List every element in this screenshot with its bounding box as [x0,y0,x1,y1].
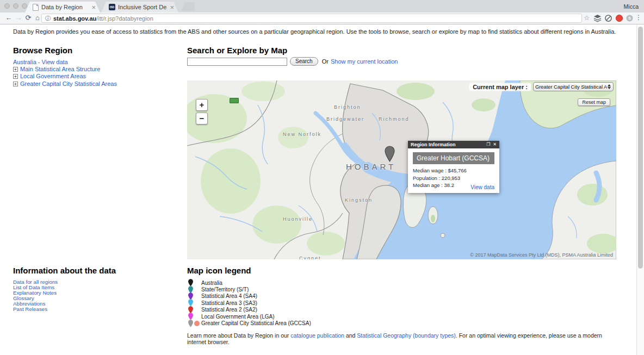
back-icon[interactable]: ← [4,14,13,22]
tree-item-greater-capital-city-statistical-areas[interactable]: Greater Capital City Statistical Areas [20,80,117,87]
isd-favicon: ISD [109,4,115,10]
expand-icon[interactable]: + [13,74,18,79]
legend-label: Greater Capital City Statistical Area (G… [201,320,311,326]
map-zoom-control: + − [196,99,208,126]
map-layer-value: Greater Capital City Statistical Areas [535,84,607,90]
browser-menu-icon[interactable]: ⋮ [635,14,642,21]
popup-title-bar[interactable]: Region Information ❐ ✕ [408,141,499,148]
window-minimize-button[interactable] [13,3,18,9]
profile-name[interactable]: Micca [624,3,639,10]
gccsa-map-pin-icon[interactable] [385,146,395,164]
url-host: stat.abs.gov.au [53,15,96,22]
legend-label: Statistical Area 3 (SA3) [201,300,257,306]
map-copyright: © 2017 MapData Services Pty Ltd (MDS), P… [470,252,613,258]
info-links: Data for all regions List of Data Items … [13,279,58,312]
map-label-bridgewater: Bridgewater [326,116,364,122]
map-base-art [187,80,616,259]
bookmark-star-icon[interactable]: ☆ [584,14,590,22]
browse-region-tree: Australia - View data +Main Statistical … [13,59,117,88]
popup-region-name: Greater Hobart (GCCSA) [413,152,494,164]
legend-title: Map icon legend [187,266,251,275]
tab-data-by-region[interactable]: Data by Region × [25,2,100,13]
legend-row-sa2: Statistical Area 2 (SA2) [187,307,311,313]
expand-icon[interactable]: + [13,67,18,72]
link-past-releases[interactable]: Past Releases [13,306,47,312]
blocker-extension-icon[interactable] [604,14,612,22]
tab-title: Inclusive Sport Design | Helpin [118,4,166,10]
australia-view-data-link[interactable]: Australia - View data [13,59,68,65]
or-text: Or [322,58,329,65]
window-zoom-button[interactable] [22,3,27,9]
scrollbar-thumb[interactable] [638,27,643,269]
gccsa-region-dot-icon [194,321,200,326]
map-canvas[interactable]: Brighton Bridgewater Richmond New Norfol… [187,80,616,259]
window-close-button[interactable] [4,3,10,9]
tree-item-local-government-areas[interactable]: Local Government Areas [20,73,86,79]
popup-title: Region Information [411,142,484,147]
zoom-in-button[interactable]: + [196,99,208,111]
browser-toolbar: ← → ⟳ ⌂ ⓘ stat.abs.gov.au/itt/r.jsp?data… [0,13,644,24]
legend-row-lga: Local Government Area (LGA) [187,313,311,320]
show-current-location-link[interactable]: Show my current location [331,58,398,65]
map-layer-label: Current map layer : [469,83,531,91]
zoom-out-button[interactable]: − [196,113,208,124]
forward-icon: → [14,14,23,22]
map-label-cygnet: Cygnet [299,256,321,259]
tree-row: +Local Government Areas [13,73,117,80]
footer-pre: Learn more about Data by Region in our [187,332,290,339]
footer-text: Learn more about Data by Region in our c… [187,332,622,345]
reload-icon[interactable]: ⟳ [24,14,33,22]
map-label-huonville: Huonville [283,216,313,222]
map-label-richmond: Richmond [379,116,410,122]
legend-row-australia: Australia [187,279,311,286]
legend-row-gccsa: Greater Capital City Statistical Area (G… [187,320,311,326]
legend-label: Australia [201,280,222,286]
map-label-brighton: Brighton [334,104,361,110]
skype-extension-icon[interactable]: S [626,14,634,22]
popup-median-wage: Median wage : $45,766 [413,167,494,175]
view-data-link[interactable]: View data [470,184,494,190]
page-icon [33,4,39,11]
home-icon[interactable]: ⌂ [33,14,42,22]
search-title: Search or Explore by Map [187,46,287,55]
legend-label: State/Territory (S/T) [201,287,249,292]
region-information-popup: Region Information ❐ ✕ Greater Hobart (G… [408,141,499,193]
tree-row: Australia - View data [13,59,117,66]
url-path: /itt/r.jsp?databyregion [96,15,153,22]
catalogue-publication-link[interactable]: catalogue publication [290,332,344,339]
tab-title: Data by Region [41,4,88,10]
map-layer-control: Current map layer : Greater Capital City… [469,82,614,91]
legend-row-sa3: Statistical Area 3 (SA3) [187,300,311,306]
close-tab-icon[interactable]: × [170,4,174,11]
legend-label: Statistical Area 2 (SA2) [201,307,257,313]
legend-label: Statistical Area 4 (SA4) [201,293,257,299]
tree-row: +Main Statistical Area Structure [13,66,117,73]
layers-extension-icon[interactable] [593,14,602,22]
statistical-geography-link[interactable]: Statistical Geography (boundary types) [357,332,456,339]
url-bar[interactable]: ⓘ stat.abs.gov.au/itt/r.jsp?databyregion [41,14,582,23]
site-info-icon[interactable]: ⓘ [45,15,51,22]
expand-icon[interactable]: + [13,82,18,86]
page-scrollbar[interactable] [636,25,644,355]
new-tab-button[interactable] [181,2,195,11]
tab-strip: Data by Region × ISD Inclusive Sport Des… [0,0,644,13]
map-layer-select[interactable]: Greater Capital City Statistical Areas [533,82,614,91]
legend-label: Local Government Area (LGA) [201,314,275,320]
s-badge: S [628,16,631,21]
popup-close-icon[interactable]: ✕ [493,142,497,147]
popup-maximize-icon[interactable]: ❐ [486,142,490,147]
map-label-new-norfolk: New Norfolk [283,132,321,137]
tab-inclusive-sport-design[interactable]: ISD Inclusive Sport Design | Helpin × [101,2,178,13]
browse-region-title: Browse Region [13,46,72,55]
reset-map-button[interactable]: Reset map [578,98,610,106]
search-button[interactable]: Search [290,57,318,66]
select-arrows-icon [607,84,611,89]
red-extension-icon[interactable] [615,14,623,22]
search-bar: Search Or Show my current location [187,57,398,66]
pin-gccsa-icon [188,320,193,327]
map-label-kingston: Kingston [345,197,373,203]
map-icon-legend: Australia State/Territory (S/T) Statisti… [187,279,311,327]
tree-item-main-statistical-area-structure[interactable]: Main Statistical Area Structure [20,66,100,72]
search-input[interactable] [187,58,287,66]
close-tab-icon[interactable]: × [91,4,96,11]
